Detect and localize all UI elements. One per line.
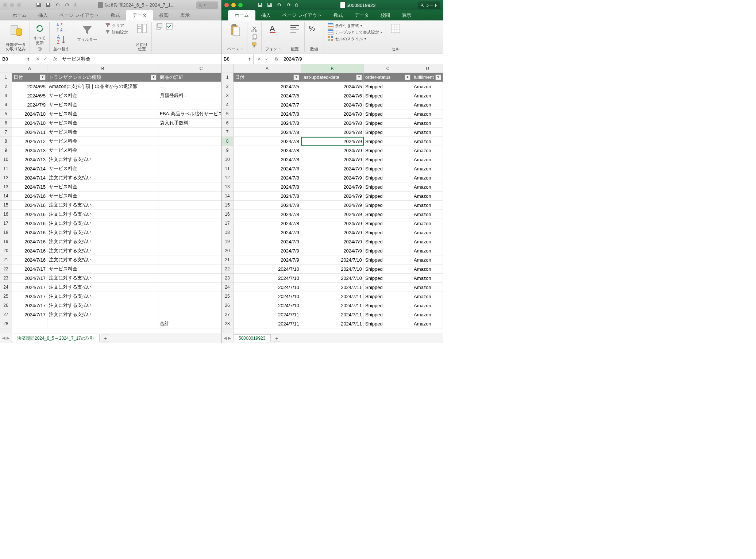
column-header-D[interactable]: D (412, 64, 443, 73)
cell[interactable]: Shipped (364, 155, 412, 164)
select-all-corner[interactable] (0, 64, 12, 73)
table-header-cell[interactable]: 日付▼ (12, 73, 47, 82)
cell[interactable]: 2024/7/9 (301, 192, 364, 200)
row-header[interactable]: 19 (0, 237, 12, 246)
alignment-group[interactable]: 配置 (285, 22, 305, 52)
cell[interactable]: 2024/7/8 (234, 219, 301, 228)
cell[interactable]: Amazon (412, 128, 443, 136)
row-header[interactable]: 22 (221, 265, 233, 274)
cell[interactable]: 2024/7/10 (234, 265, 301, 273)
print-icon[interactable]: ⎙ (295, 3, 298, 8)
cell[interactable]: 2024/7/8 (234, 182, 301, 191)
ribbon-tab-数式[interactable]: 数式 (328, 10, 349, 20)
search-box[interactable]: シート (418, 1, 440, 9)
cell[interactable]: 2024/7/10 (301, 255, 364, 264)
filter-dropdown-icon[interactable]: ▼ (151, 74, 157, 80)
cell[interactable]: 2024/7/9 (234, 255, 301, 264)
cell[interactable]: Amazon (412, 255, 443, 264)
name-box-dropdown-icon[interactable]: ▲▼ (248, 57, 251, 61)
cell[interactable]: Shipped (364, 192, 412, 200)
table-header-cell[interactable]: last-updated-date▼ (301, 73, 364, 82)
cell[interactable] (158, 210, 221, 219)
cell[interactable]: 2024/7/9 (301, 164, 364, 173)
number-group[interactable]: % 数値 (305, 22, 324, 52)
cell[interactable]: Amazon (412, 192, 443, 200)
ribbon-tab-挿入[interactable]: 挿入 (32, 10, 54, 20)
cell[interactable] (158, 237, 221, 246)
cell[interactable]: Amazon (412, 210, 443, 219)
cell[interactable]: 2024/7/8 (234, 137, 301, 146)
row-header[interactable]: 22 (0, 265, 12, 274)
sheet-nav[interactable]: ◀▶ (2, 336, 9, 340)
cell[interactable]: 2024/7/16 (12, 246, 47, 255)
row-header[interactable]: 6 (221, 119, 233, 128)
cell[interactable]: 注文に対する支払い (47, 228, 158, 237)
cell[interactable]: 2024/7/8 (301, 109, 364, 118)
cell[interactable]: 2024/7/8 (301, 128, 364, 136)
font-group[interactable]: A フォント (262, 22, 285, 52)
cell[interactable]: 注文に対する支払い (47, 173, 158, 182)
column-header-B[interactable]: B (301, 64, 364, 73)
row-header[interactable]: 3 (221, 91, 233, 100)
add-sheet-button[interactable]: + (102, 335, 109, 342)
cell[interactable]: Amazon (412, 109, 443, 118)
table-header-cell[interactable]: トランザクションの種類▼ (47, 73, 158, 82)
row-header[interactable]: 1 (0, 73, 12, 82)
cell[interactable]: Shipped (364, 228, 412, 237)
cell[interactable]: サービス料金 (47, 164, 158, 173)
cell[interactable] (158, 201, 221, 209)
cell[interactable]: Amazon (412, 100, 443, 109)
cell[interactable]: Amazon (412, 283, 443, 292)
cell[interactable]: Shipped (364, 173, 412, 182)
row-header[interactable]: 10 (0, 155, 12, 164)
cell[interactable]: Amazon (412, 310, 443, 319)
cell[interactable]: 2024/7/8 (234, 128, 301, 136)
cell[interactable]: Shipped (364, 301, 412, 310)
cell[interactable]: 2024/7/14 (12, 164, 47, 173)
cell[interactable]: 2024/7/17 (12, 274, 47, 282)
row-header[interactable]: 11 (0, 164, 12, 173)
cell[interactable]: 2024/7/9 (234, 228, 301, 237)
cell[interactable]: 2024/7/9 (301, 228, 364, 237)
cell[interactable]: Amazon (412, 137, 443, 146)
ribbon-tab-表示[interactable]: 表示 (396, 10, 417, 20)
cell[interactable] (158, 228, 221, 237)
add-sheet-button[interactable]: + (273, 335, 280, 342)
cell[interactable]: 2024/7/10 (234, 301, 301, 310)
cell[interactable]: Amazon (412, 91, 443, 100)
cell[interactable]: 2024/7/10 (12, 119, 47, 127)
cell[interactable]: 2024/7/9 (301, 155, 364, 164)
ribbon-tab-ページ レイアウト[interactable]: ページ レイアウト (277, 10, 328, 20)
table-header-cell[interactable]: 商品の詳細▼ (158, 73, 221, 82)
row-header[interactable]: 25 (221, 292, 233, 301)
cell[interactable]: 2024/7/9 (301, 201, 364, 209)
row-header[interactable]: 13 (221, 182, 233, 192)
cell[interactable]: 注文に対する支払い (47, 210, 158, 219)
cell[interactable] (158, 301, 221, 310)
cell[interactable]: Shipped (364, 219, 412, 228)
cell[interactable]: Shipped (364, 100, 412, 109)
cell[interactable]: 2024/7/9 (301, 182, 364, 191)
cell[interactable]: サービス料金 (47, 109, 158, 118)
clear-filter-button[interactable]: クリア (105, 23, 128, 28)
row-header[interactable]: 20 (221, 246, 233, 255)
row-header[interactable]: 15 (0, 201, 12, 210)
cell[interactable]: 2024/7/13 (12, 155, 47, 164)
cell[interactable] (158, 292, 221, 301)
row-header[interactable]: 4 (0, 100, 12, 109)
cell[interactable] (158, 146, 221, 155)
cell[interactable]: 2024/7/9 (301, 246, 364, 255)
cell[interactable]: 2024/7/17 (12, 301, 47, 310)
cell[interactable]: --- (158, 82, 221, 91)
cell[interactable]: 2024/7/5 (301, 82, 364, 91)
name-box-dropdown-icon[interactable]: ▲▼ (27, 57, 30, 61)
cell[interactable]: 2024/7/9 (301, 173, 364, 182)
name-box[interactable]: ▲▼ (221, 54, 254, 64)
cell[interactable]: Amazon (412, 146, 443, 155)
cell[interactable]: 注文に対する支払い (47, 274, 158, 282)
cells-group[interactable]: セル (386, 22, 405, 52)
cell[interactable]: サービス料金 (47, 100, 158, 109)
print-icon[interactable]: ⎙ (74, 3, 76, 8)
cell[interactable] (158, 173, 221, 182)
name-box-input[interactable] (2, 56, 20, 62)
